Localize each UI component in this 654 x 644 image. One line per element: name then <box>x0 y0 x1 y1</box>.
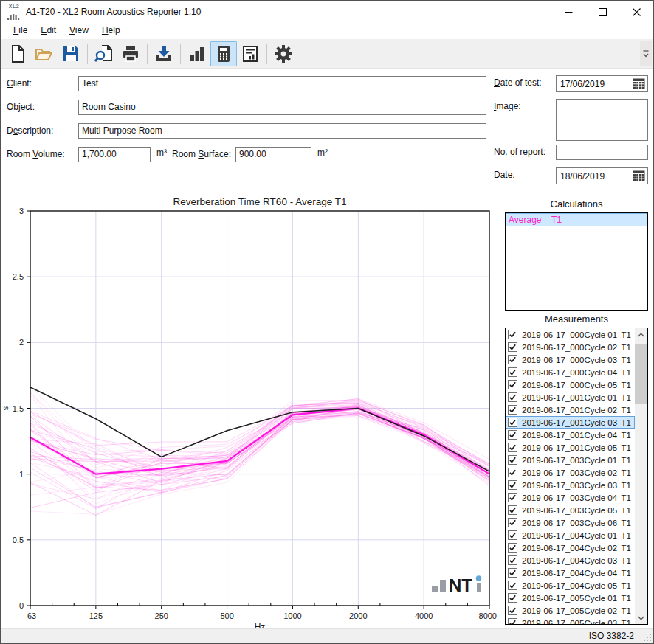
print-preview-button[interactable] <box>91 41 117 66</box>
measurement-row[interactable]: 2019-06-17_004Cycle 03 T1 <box>506 554 635 567</box>
measurement-checkbox[interactable] <box>508 342 517 352</box>
minimize-button[interactable] <box>551 1 585 23</box>
measurement-row[interactable]: 2019-06-17_001Cycle 03 T1 <box>506 416 635 429</box>
measurement-checkbox[interactable] <box>508 581 517 590</box>
measurement-label: 2019-06-17_001Cycle 05 <box>522 443 617 452</box>
measurement-row[interactable]: 2019-06-17_000Cycle 02 T1 <box>506 341 635 353</box>
menu-file[interactable]: File <box>7 23 34 39</box>
measurement-row[interactable]: 2019-06-17_001Cycle 02 T1 <box>506 404 635 416</box>
scrollbar-thumb[interactable] <box>635 344 647 404</box>
export-button[interactable] <box>151 41 177 66</box>
measurement-type: T1 <box>622 619 631 626</box>
report-button[interactable] <box>237 41 264 66</box>
measurement-checkbox[interactable] <box>508 530 517 540</box>
measurement-row[interactable]: 2019-06-17_003Cycle 06 T1 <box>506 516 635 529</box>
client-label: Client: <box>7 78 32 89</box>
chevron-up-icon <box>638 333 644 337</box>
toolbar-overflow-button[interactable] <box>640 41 652 66</box>
client-input[interactable]: Test <box>78 76 486 91</box>
description-input[interactable]: Multi Purpose Room <box>78 123 486 139</box>
bar-chart-button[interactable] <box>184 41 210 66</box>
measurement-checkbox[interactable] <box>508 543 517 553</box>
measurement-row[interactable]: 2019-06-17_005Cycle 02 T1 <box>506 604 635 617</box>
maximize-button[interactable] <box>585 1 619 23</box>
calculation-row[interactable]: Average T1 <box>506 213 647 226</box>
menu-view[interactable]: View <box>63 23 95 39</box>
room-volume-input[interactable]: 1,700.00 <box>78 147 151 162</box>
measurement-row[interactable]: 2019-06-17_001Cycle 01 T1 <box>506 391 635 404</box>
measurement-row[interactable]: 2019-06-17_000Cycle 01 T1 <box>506 328 635 341</box>
measurement-checkbox[interactable] <box>508 367 517 377</box>
measurement-row[interactable]: 2019-06-17_003Cycle 05 T1 <box>506 504 635 516</box>
checkmark-icon <box>509 581 517 589</box>
measurement-row[interactable]: 2019-06-17_004Cycle 01 T1 <box>506 529 635 541</box>
room-surface-input[interactable]: 900.00 <box>235 147 311 162</box>
date-of-test-calendar-button[interactable] <box>630 76 647 91</box>
save-button[interactable] <box>58 41 84 66</box>
measurement-checkbox[interactable] <box>508 392 517 402</box>
measurement-checkbox[interactable] <box>508 480 517 490</box>
calculator-button[interactable] <box>210 41 237 66</box>
measurements-scrollbar[interactable] <box>635 328 647 624</box>
checkmark-icon <box>509 393 517 401</box>
date-calendar-button[interactable] <box>630 168 647 184</box>
print-button[interactable] <box>117 41 144 66</box>
measurement-checkbox[interactable] <box>508 330 517 339</box>
measurement-row[interactable]: 2019-06-17_004Cycle 02 T1 <box>506 541 635 554</box>
svg-text:1000: 1000 <box>283 612 301 620</box>
measurement-row[interactable]: 2019-06-17_000Cycle 04 T1 <box>506 366 635 378</box>
measurement-row[interactable]: 2019-06-17_001Cycle 04 T1 <box>506 429 635 441</box>
measurement-checkbox[interactable] <box>508 593 517 603</box>
calculations-list[interactable]: Average T1 <box>505 212 648 311</box>
measurement-checkbox[interactable] <box>508 606 517 615</box>
statusbar: ISO 3382-2 <box>1 628 653 643</box>
measurement-checkbox[interactable] <box>508 468 517 477</box>
measurement-row[interactable]: 2019-06-17_004Cycle 05 T1 <box>506 579 635 592</box>
checkmark-icon <box>509 468 517 477</box>
date-input[interactable]: 18/06/2019 <box>556 167 648 184</box>
no-of-report-input[interactable] <box>556 145 648 160</box>
menu-edit[interactable]: Edit <box>34 23 63 39</box>
menu-help[interactable]: Help <box>95 23 127 39</box>
resize-grip[interactable] <box>644 634 652 642</box>
settings-button[interactable] <box>270 41 297 66</box>
measurement-checkbox[interactable] <box>508 455 517 465</box>
measurement-checkbox[interactable] <box>508 618 517 625</box>
measurement-row[interactable]: 2019-06-17_003Cycle 04 T1 <box>506 491 635 504</box>
measurement-row[interactable]: 2019-06-17_003Cycle 03 T1 <box>506 479 635 491</box>
measurement-checkbox[interactable] <box>508 505 517 515</box>
measurement-row[interactable]: 2019-06-17_000Cycle 03 T1 <box>506 353 635 366</box>
measurement-checkbox[interactable] <box>508 418 517 427</box>
measurement-row[interactable]: 2019-06-17_003Cycle 02 T1 <box>506 466 635 479</box>
measurement-checkbox[interactable] <box>508 443 517 452</box>
measurement-row[interactable]: 2019-06-17_005Cycle 01 T1 <box>506 592 635 604</box>
measurement-row[interactable]: 2019-06-17_004Cycle 04 T1 <box>506 567 635 579</box>
measurement-checkbox[interactable] <box>508 430 517 440</box>
measurement-checkbox[interactable] <box>508 518 517 527</box>
measurement-checkbox[interactable] <box>508 355 517 364</box>
date-of-test-input[interactable]: 17/06/2019 <box>556 75 648 92</box>
measurement-row[interactable]: 2019-06-17_003Cycle 01 T1 <box>506 454 635 466</box>
object-input[interactable]: Room Casino <box>78 100 486 115</box>
measurements-list[interactable]: 2019-06-17_000Cycle 01 T1 2019-06-17_000… <box>505 328 648 625</box>
scroll-down-button[interactable] <box>635 612 647 624</box>
measurement-checkbox[interactable] <box>508 555 517 565</box>
image-box[interactable] <box>556 99 648 141</box>
measurement-checkbox[interactable] <box>508 380 517 389</box>
svg-text:3: 3 <box>19 207 24 215</box>
measurement-type: T1 <box>622 406 631 415</box>
scroll-up-button[interactable] <box>635 328 647 341</box>
open-folder-button[interactable] <box>31 41 58 66</box>
measurements-rows: 2019-06-17_000Cycle 01 T1 2019-06-17_000… <box>506 328 635 625</box>
measurement-checkbox[interactable] <box>508 568 517 578</box>
new-document-button[interactable] <box>4 41 31 66</box>
measurement-row[interactable]: 2019-06-17_001Cycle 05 T1 <box>506 441 635 454</box>
calculations-header: Calculations <box>505 198 648 210</box>
close-button[interactable] <box>619 1 653 23</box>
measurement-row[interactable]: 2019-06-17_000Cycle 05 T1 <box>506 378 635 391</box>
toolbar-separator <box>87 44 88 64</box>
measurement-checkbox[interactable] <box>508 405 517 415</box>
measurement-checkbox[interactable] <box>508 493 517 502</box>
measurement-row[interactable]: 2019-06-17_005Cycle 03 T1 <box>506 617 635 625</box>
measurement-label: 2019-06-17_000Cycle 02 <box>522 343 617 352</box>
